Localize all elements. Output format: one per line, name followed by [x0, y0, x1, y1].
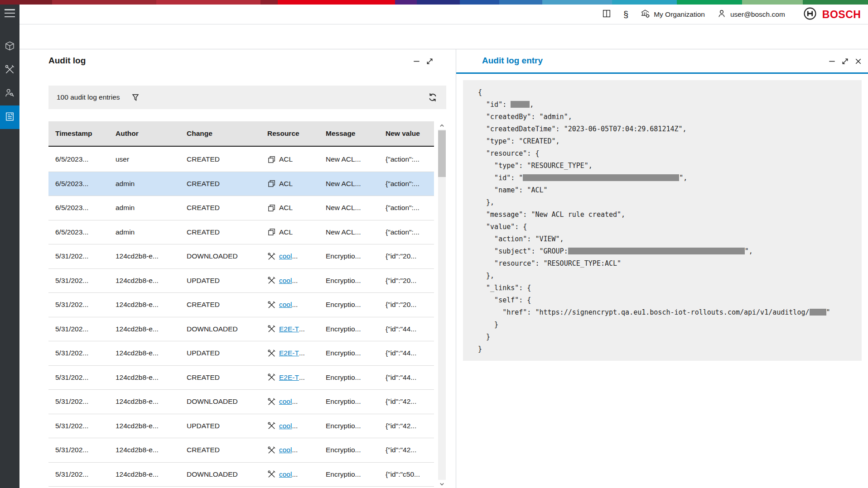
table-row[interactable]: 5/31/202... 124cd2b8-e... CREATED E2E-T.… [48, 366, 434, 390]
legal-button[interactable]: § [623, 10, 628, 19]
cell-author: admin [116, 180, 187, 188]
cell-timestamp: 6/5/2023... [55, 180, 116, 188]
resource-ellipsis: ... [299, 373, 305, 382]
tools-icon [267, 373, 276, 382]
resource-label[interactable]: cool [279, 397, 292, 406]
resource-label[interactable]: cool [279, 446, 292, 454]
scroll-up-icon[interactable] [438, 121, 446, 129]
app-header: § My Organization user@bosch.com BOSCH [19, 5, 868, 24]
table-row[interactable]: 6/5/2023... admin CREATED ACL New ACL...… [48, 220, 434, 245]
scrollbar-track[interactable] [438, 129, 446, 480]
cell-resource: cool... [267, 446, 326, 455]
user-button[interactable]: user@bosch.com [717, 9, 785, 20]
resource-label[interactable]: E2E-T [279, 373, 299, 382]
resource-label[interactable]: cool [279, 470, 292, 478]
table-row[interactable]: 5/31/202... 124cd2b8-e... UPDATED cool..… [48, 414, 434, 439]
cell-new-value: {"id":"c50... [386, 470, 434, 478]
minimize-icon[interactable] [412, 57, 421, 66]
json-line: "value": { [478, 221, 862, 233]
table-row[interactable]: 5/31/202... 124cd2b8-e... CREATED cool..… [48, 293, 434, 317]
cell-timestamp: 5/31/202... [55, 252, 116, 260]
cell-change: UPDATED [187, 349, 267, 357]
column-header-timestamp: Timestamp [55, 129, 116, 138]
resource-label: ACL [279, 180, 293, 188]
cell-author: 124cd2b8-e... [116, 397, 187, 406]
table-row[interactable]: 5/31/202... 124cd2b8-e... DOWNLOADED E2E… [48, 317, 434, 342]
cell-author: 124cd2b8-e... [116, 422, 187, 430]
table-row[interactable]: 5/31/202... 124cd2b8-e... DOWNLOADED coo… [48, 244, 434, 269]
resource-label[interactable]: cool [279, 252, 292, 260]
bosch-wordmark: BOSCH [822, 8, 861, 21]
resource-label[interactable]: E2E-T [279, 325, 299, 333]
cell-new-value: {"action":... [386, 204, 434, 212]
cell-author: 124cd2b8-e... [116, 446, 187, 454]
sidebar-item-products[interactable] [0, 35, 19, 58]
table-row[interactable]: 6/5/2023... admin CREATED ACL New ACL...… [48, 196, 434, 220]
resource-label[interactable]: cool [279, 277, 292, 285]
cell-author: 124cd2b8-e... [116, 470, 187, 478]
minimize-icon[interactable] [827, 57, 836, 66]
cell-message: Encryptio... [326, 301, 386, 309]
copy-icon [267, 204, 276, 212]
expand-icon[interactable] [840, 57, 849, 66]
cell-change: CREATED [187, 228, 267, 236]
table-row[interactable]: 6/5/2023... admin CREATED ACL New ACL...… [48, 172, 434, 196]
cell-resource: cool... [267, 276, 326, 285]
scrollbar-thumb[interactable] [438, 130, 446, 177]
cell-new-value: {"id":"42... [386, 446, 434, 454]
cell-new-value: {"id":"42... [386, 422, 434, 430]
redacted-value [568, 248, 745, 254]
book-icon [602, 9, 612, 20]
resource-label[interactable]: E2E-T [279, 349, 299, 357]
copy-icon [267, 228, 276, 236]
cell-resource: ACL [267, 204, 326, 212]
table-row[interactable]: 5/31/202... 124cd2b8-e... UPDATED cool..… [48, 269, 434, 293]
table-row[interactable]: 5/31/202... 124cd2b8-e... DOWNLOADED coo… [48, 390, 434, 414]
sidebar-item-tools[interactable] [0, 58, 19, 82]
page-title: Audit log [48, 56, 86, 66]
json-line: "action": "VIEW", [478, 233, 862, 245]
column-header-author: Author [116, 129, 187, 138]
cell-resource: E2E-T... [267, 349, 326, 358]
cell-timestamp: 6/5/2023... [55, 155, 116, 163]
documentation-button[interactable] [602, 9, 612, 20]
cell-change: CREATED [187, 180, 267, 188]
cell-timestamp: 5/31/202... [55, 373, 116, 382]
resource-label[interactable]: cool [279, 422, 292, 430]
cell-new-value: {"id":"44... [386, 373, 434, 382]
tools-icon [267, 276, 276, 285]
cell-change: CREATED [187, 301, 267, 309]
organization-button[interactable]: My Organization [640, 9, 705, 20]
column-header-new-value: New value [386, 129, 434, 138]
copy-icon [267, 155, 276, 164]
tools-icon [267, 252, 276, 261]
cell-message: Encryptio... [326, 252, 386, 260]
resource-label: ACL [279, 228, 293, 236]
scroll-down-icon[interactable] [438, 480, 446, 488]
cell-change: DOWNLOADED [187, 470, 267, 478]
resource-label[interactable]: cool [279, 301, 292, 309]
resource-ellipsis: ... [299, 349, 305, 357]
table-scrollbar[interactable] [438, 121, 446, 488]
sidebar-item-audit-log[interactable] [0, 105, 19, 129]
json-line: } [478, 331, 862, 343]
refresh-icon[interactable] [427, 92, 438, 103]
json-line: "message": "New ACL rule created", [478, 209, 862, 221]
filter-icon[interactable] [131, 93, 140, 102]
cell-new-value: {"id":"20... [386, 301, 434, 309]
resource-ellipsis: ... [299, 325, 305, 333]
table-row[interactable]: 5/31/202... 124cd2b8-e... DOWNLOADED coo… [48, 463, 434, 487]
sidebar-item-access[interactable] [0, 82, 19, 105]
json-line: "createdDateTime": "2023-06-05T07:04:29.… [478, 123, 862, 135]
close-icon[interactable] [854, 57, 863, 66]
cell-resource: ACL [267, 179, 326, 188]
menu-icon[interactable] [5, 8, 15, 18]
expand-icon[interactable] [425, 57, 434, 66]
bosch-logo[interactable]: BOSCH [803, 7, 862, 22]
cell-message: Encryptio... [326, 397, 386, 406]
table-row[interactable]: 6/5/2023... user CREATED ACL New ACL... … [48, 148, 434, 172]
cell-timestamp: 5/31/202... [55, 349, 116, 357]
table-row[interactable]: 5/31/202... 124cd2b8-e... UPDATED E2E-T.… [48, 341, 434, 366]
table-row[interactable]: 5/31/202... 124cd2b8-e... CREATED cool..… [48, 438, 434, 463]
cell-resource: E2E-T... [267, 325, 326, 333]
